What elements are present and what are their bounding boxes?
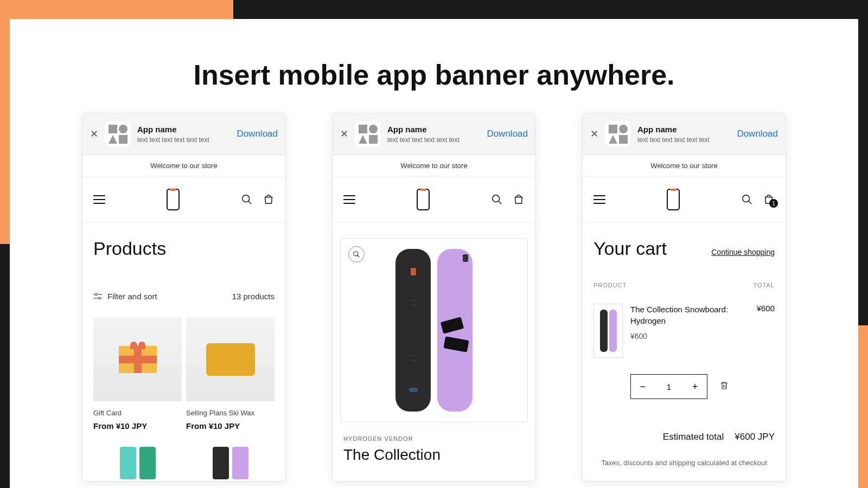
- svg-point-5: [98, 297, 100, 299]
- continue-shopping-link[interactable]: Continue shopping: [711, 248, 775, 256]
- qty-input[interactable]: [655, 375, 683, 399]
- banner-app-name: App name: [137, 125, 230, 134]
- banner-subtitle: text text text text text text: [137, 136, 230, 144]
- page-title: Products: [93, 238, 275, 259]
- trash-icon[interactable]: [719, 380, 729, 393]
- app-icon: [605, 121, 631, 147]
- cart-icon[interactable]: [513, 194, 525, 206]
- banner-subtitle: text text text text text text: [637, 136, 730, 144]
- navbar: [333, 177, 535, 223]
- filter-sort-button[interactable]: Filter and sort: [93, 292, 157, 301]
- svg-point-0: [242, 195, 250, 202]
- close-icon[interactable]: ✕: [340, 128, 348, 140]
- logo[interactable]: [167, 189, 180, 210]
- logo[interactable]: [667, 189, 680, 210]
- menu-icon[interactable]: [593, 195, 605, 204]
- banner-subtitle: text text text text text text: [387, 136, 480, 144]
- product-card[interactable]: Gift Card From ¥10 JPY: [93, 317, 182, 479]
- banner-app-name: App name: [637, 125, 730, 134]
- svg-line-7: [499, 201, 502, 204]
- col-total: TOTAL: [754, 282, 775, 288]
- svg-line-11: [749, 201, 752, 204]
- qty-increase-button[interactable]: +: [683, 375, 707, 399]
- cart-icon[interactable]: [263, 194, 275, 206]
- estimated-total-value: ¥600 JPY: [735, 432, 775, 442]
- navbar: [82, 177, 285, 223]
- close-icon[interactable]: ✕: [590, 128, 598, 140]
- zoom-icon[interactable]: [348, 246, 365, 262]
- svg-line-9: [358, 255, 360, 258]
- product-price: From ¥10 JPY: [93, 421, 182, 431]
- mockup-cart: ✕ App name text text text text text text…: [582, 113, 786, 481]
- search-icon[interactable]: [741, 194, 753, 206]
- search-icon[interactable]: [241, 194, 253, 206]
- app-icon: [105, 121, 131, 147]
- product-title: The Collection: [343, 446, 525, 464]
- cart-item-thumbnail[interactable]: [593, 304, 623, 358]
- svg-line-1: [248, 201, 252, 204]
- download-button[interactable]: Download: [487, 129, 528, 139]
- product-card[interactable]: Selling Plans Ski Wax From ¥10 JPY: [186, 317, 275, 479]
- cart-item: The Collection Snowboard: Hydrogen ¥600 …: [593, 304, 775, 358]
- svg-point-8: [354, 252, 358, 256]
- app-banner: ✕ App name text text text text text text…: [82, 113, 285, 155]
- app-banner: ✕ App name text text text text text text…: [333, 113, 535, 155]
- product-price: From ¥10 JPY: [186, 421, 275, 431]
- close-icon[interactable]: ✕: [90, 128, 98, 140]
- download-button[interactable]: Download: [737, 129, 778, 139]
- app-icon: [355, 121, 381, 147]
- filter-label: Filter and sort: [107, 292, 157, 301]
- welcome-bar: Welcome to our store: [333, 155, 535, 177]
- cart-item-price: ¥600: [630, 332, 749, 341]
- mockup-product-detail: ✕ App name text text text text text text…: [332, 113, 536, 481]
- banner-app-name: App name: [387, 125, 480, 134]
- estimated-total-label: Estimated total: [663, 432, 724, 442]
- cart-item-total: ¥600: [757, 304, 775, 358]
- product-image[interactable]: [340, 238, 528, 422]
- vendor-label: HYDROGEN VENDOR: [343, 435, 525, 442]
- app-banner: ✕ App name text text text text text text…: [583, 113, 786, 155]
- col-product: PRODUCT: [593, 282, 627, 288]
- menu-icon[interactable]: [343, 195, 355, 204]
- svg-point-3: [95, 293, 97, 296]
- product-name: Gift Card: [93, 409, 182, 417]
- quantity-stepper: − +: [630, 374, 707, 399]
- page-title: Your cart: [593, 238, 667, 259]
- headline: Insert mobile app banner anywhere.: [0, 59, 868, 91]
- cart-item-name: The Collection Snowboard: Hydrogen: [630, 304, 749, 326]
- svg-point-6: [493, 195, 500, 202]
- download-button[interactable]: Download: [237, 129, 278, 139]
- welcome-bar: Welcome to our store: [583, 155, 786, 177]
- product-name: Selling Plans Ski Wax: [186, 409, 275, 417]
- welcome-bar: Welcome to our store: [82, 155, 285, 177]
- product-count: 13 products: [232, 292, 275, 301]
- tax-note: Taxes, discounts and shipping calculated…: [593, 459, 775, 467]
- filter-icon: [93, 293, 102, 300]
- svg-point-10: [743, 195, 750, 202]
- mockup-product-list: ✕ App name text text text text text text…: [82, 113, 286, 481]
- cart-icon[interactable]: 1: [763, 194, 775, 206]
- qty-decrease-button[interactable]: −: [631, 375, 655, 399]
- search-icon[interactable]: [491, 194, 503, 206]
- cart-badge: 1: [769, 199, 778, 208]
- navbar: 1: [583, 177, 786, 223]
- logo[interactable]: [417, 189, 430, 210]
- menu-icon[interactable]: [93, 195, 105, 204]
